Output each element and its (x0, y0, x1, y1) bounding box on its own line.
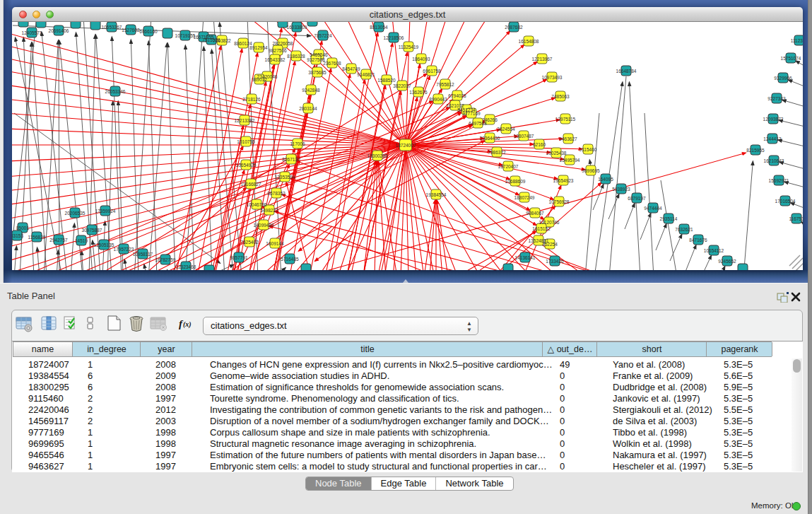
svg-text:9329966: 9329966 (774, 76, 792, 81)
svg-text:9115460: 9115460 (579, 147, 597, 152)
svg-text:18724007: 18724007 (396, 143, 416, 148)
svg-text:8454749: 8454749 (342, 66, 360, 71)
svg-text:3624554: 3624554 (497, 127, 515, 132)
svg-text:12353594: 12353594 (275, 175, 295, 180)
svg-text:33153: 33153 (12, 233, 23, 238)
svg-text:1527602: 1527602 (122, 28, 140, 33)
svg-text:17957223: 17957223 (114, 247, 134, 252)
svg-text:2718126: 2718126 (242, 97, 261, 102)
svg-text:10653267: 10653267 (102, 25, 122, 30)
svg-text:16543382: 16543382 (265, 57, 286, 62)
svg-text:7986372: 7986372 (488, 150, 506, 155)
svg-text:10654925: 10654925 (236, 163, 257, 168)
svg-text:11325419: 11325419 (399, 45, 419, 49)
svg-text:6466160: 6466160 (139, 29, 158, 34)
svg-text:18807249: 18807249 (514, 195, 535, 200)
svg-text:1156829: 1156829 (28, 235, 46, 240)
svg-text:10120746: 10120746 (539, 220, 560, 225)
svg-text:1609144: 1609144 (266, 241, 284, 246)
svg-text:12093872: 12093872 (763, 117, 784, 122)
svg-text:6879197: 6879197 (628, 196, 646, 201)
svg-text:15751074: 15751074 (781, 56, 801, 61)
svg-text:15495794: 15495794 (560, 158, 580, 163)
svg-text:62160: 62160 (533, 142, 546, 147)
svg-text:252254: 252254 (542, 242, 558, 247)
svg-text:10719155: 10719155 (175, 33, 196, 38)
svg-text:7663822: 7663822 (213, 38, 231, 43)
svg-text:2087682: 2087682 (505, 25, 523, 30)
svg-text:12218506: 12218506 (384, 35, 404, 40)
svg-text:7857224: 7857224 (314, 33, 332, 38)
svg-text:6497568: 6497568 (469, 121, 487, 126)
svg-text:7955812: 7955812 (436, 82, 454, 87)
svg-text:(x): (x) (183, 320, 192, 329)
svg-text:15692971: 15692971 (769, 178, 789, 183)
svg-text:989012: 989012 (252, 77, 267, 82)
svg-text:20206535: 20206535 (65, 211, 86, 216)
svg-text:3822037: 3822037 (393, 83, 411, 88)
svg-text:1010755: 1010755 (237, 139, 255, 144)
svg-text:12323468: 12323468 (176, 264, 196, 269)
svg-text:12975115: 12975115 (555, 117, 576, 122)
svg-text:15720407: 15720407 (498, 164, 519, 169)
svg-text:10688609: 10688609 (505, 179, 526, 184)
svg-text:7632621: 7632621 (675, 227, 693, 232)
svg-text:17359924: 17359924 (95, 209, 116, 214)
svg-text:1244413: 1244413 (763, 136, 782, 141)
svg-text:12505135: 12505135 (94, 243, 114, 247)
svg-text:16210643: 16210643 (764, 158, 784, 163)
svg-text:9899695: 9899695 (582, 168, 600, 173)
svg-text:8215955: 8215955 (746, 148, 765, 153)
svg-text:19384554: 19384554 (426, 192, 447, 197)
svg-text:9084067: 9084067 (526, 211, 544, 216)
svg-text:10973493: 10973493 (542, 75, 563, 80)
svg-text:14519: 14519 (75, 238, 88, 243)
svg-text:116753: 116753 (789, 216, 803, 221)
svg-text:16648784: 16648784 (616, 69, 637, 74)
svg-text:3875685: 3875685 (308, 70, 326, 75)
svg-text:2935114: 2935114 (660, 216, 678, 221)
svg-text:9857791: 9857791 (230, 255, 248, 260)
svg-text:2803144: 2803144 (299, 106, 317, 111)
svg-text:9474444: 9474444 (644, 206, 662, 211)
svg-text:5938923: 5938923 (612, 187, 630, 192)
svg-text:9327508: 9327508 (307, 57, 325, 62)
svg-text:10756928: 10756928 (549, 199, 570, 204)
svg-text:9242848: 9242848 (302, 88, 320, 93)
svg-text:1615152: 1615152 (532, 226, 551, 231)
svg-text:10025438: 10025438 (546, 151, 567, 156)
svg-text:1733426: 1733426 (546, 259, 564, 264)
svg-text:8990443: 8990443 (429, 97, 447, 102)
svg-text:10807487: 10807487 (514, 134, 534, 139)
svg-text:8267130: 8267130 (282, 157, 300, 162)
svg-text:9146821: 9146821 (357, 72, 375, 77)
svg-text:14099489: 14099489 (254, 223, 274, 228)
svg-text:1112345: 1112345 (791, 38, 803, 43)
svg-text:2367608: 2367608 (323, 61, 341, 66)
svg-text:12405571: 12405571 (22, 30, 42, 35)
svg-text:5716485: 5716485 (281, 257, 299, 262)
svg-text:8471676: 8471676 (689, 238, 707, 243)
svg-text:9827506: 9827506 (269, 48, 287, 53)
svg-text:1588520: 1588520 (377, 78, 396, 83)
svg-text:8912954: 8912954 (249, 45, 268, 50)
svg-text:19166827: 19166827 (241, 182, 261, 187)
svg-text:20364436: 20364436 (480, 136, 500, 141)
svg-text:2942757: 2942757 (49, 238, 68, 243)
svg-text:10046786: 10046786 (247, 202, 267, 207)
svg-text:16154808: 16154808 (519, 39, 539, 44)
svg-text:6961758: 6961758 (423, 69, 441, 74)
svg-text:164095: 164095 (598, 177, 613, 182)
svg-text:5465546: 5465546 (310, 52, 328, 57)
svg-text:30975887: 30975887 (82, 228, 102, 233)
svg-text:9463627: 9463627 (559, 136, 577, 141)
svg-text:7625402: 7625402 (240, 240, 259, 245)
svg-text:85001: 85001 (16, 226, 29, 230)
svg-text:16033809: 16033809 (287, 25, 307, 30)
svg-text:6794028: 6794028 (448, 93, 466, 98)
svg-text:9245652: 9245652 (718, 259, 736, 264)
svg-text:26053346: 26053346 (105, 89, 126, 94)
svg-text:8678352: 8678352 (267, 191, 286, 196)
svg-text:1864093: 1864093 (412, 57, 430, 62)
svg-text:12213967: 12213967 (532, 57, 553, 62)
